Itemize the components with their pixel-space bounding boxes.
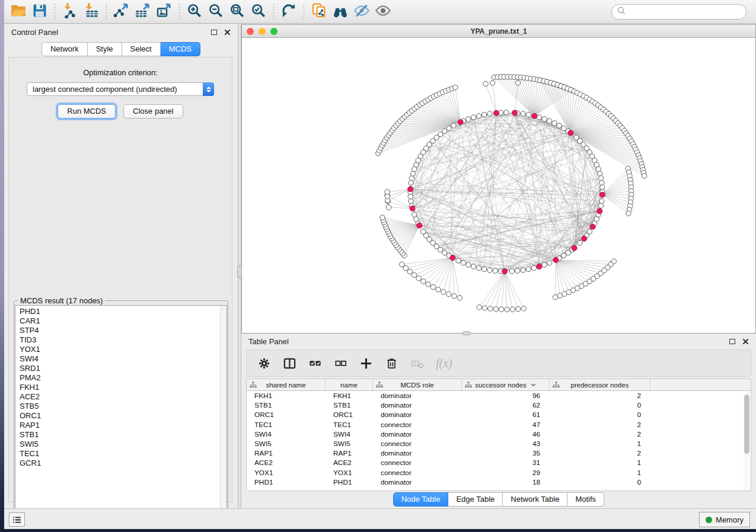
columns-icon[interactable] — [283, 357, 296, 370]
float-panel-icon[interactable] — [729, 339, 735, 344]
run-mcds-button[interactable]: Run MCDS — [58, 104, 116, 118]
close-window-button[interactable] — [247, 28, 254, 35]
mcds-node[interactable] — [450, 255, 455, 261]
mcds-list-item[interactable]: TEC1 — [15, 449, 227, 459]
graph-node[interactable] — [421, 279, 426, 284]
save-session-button[interactable] — [29, 2, 50, 21]
table-row[interactable]: RAP1RAP1dominator352 — [247, 448, 751, 458]
float-panel-icon[interactable] — [211, 30, 217, 35]
mcds-list-item[interactable]: RAP1 — [15, 421, 227, 430]
graph-node[interactable] — [526, 267, 531, 271]
mcds-node[interactable] — [408, 187, 413, 192]
mcds-node[interactable] — [532, 113, 537, 118]
node-table[interactable]: shared namenameMCDS rolesuccessor nodesp… — [246, 379, 751, 491]
table-row[interactable]: ACE2ACE2connector311 — [247, 458, 751, 467]
mcds-node[interactable] — [417, 223, 422, 228]
minimize-window-button[interactable] — [259, 28, 266, 35]
tab-motifs[interactable]: Motifs — [567, 492, 604, 507]
graph-node[interactable] — [409, 176, 414, 181]
graph-node[interactable] — [408, 194, 413, 199]
graph-node[interactable] — [505, 307, 509, 312]
select-all-icon[interactable] — [308, 357, 322, 370]
import-network-button[interactable] — [59, 2, 81, 21]
close-panel-icon[interactable] — [224, 29, 231, 36]
graph-node[interactable] — [542, 262, 547, 267]
mcds-node[interactable] — [599, 192, 605, 197]
mcds-node[interactable] — [597, 209, 602, 214]
mcds-list-item[interactable]: CAR1 — [15, 316, 227, 326]
graph-node[interactable] — [471, 115, 476, 120]
graph-node[interactable] — [557, 293, 562, 298]
graph-node[interactable] — [542, 117, 547, 121]
tab-network-table[interactable]: Network Table — [503, 492, 567, 507]
graph-node[interactable] — [598, 203, 603, 208]
horizontal-splitter-handle[interactable] — [462, 331, 471, 335]
graph-node[interactable] — [457, 296, 462, 300]
mcds-list-item[interactable]: SWI5 — [15, 440, 227, 449]
criterion-dropdown[interactable]: largest connected component (undirected) — [27, 82, 214, 96]
graph-node[interactable] — [557, 123, 562, 128]
graph-node[interactable] — [642, 174, 646, 178]
graph-node[interactable] — [521, 111, 525, 116]
zoom-fit-button[interactable] — [227, 2, 248, 21]
graph-node[interactable] — [477, 305, 481, 309]
column-header-shared-name[interactable]: shared name — [247, 379, 326, 391]
graph-node[interactable] — [409, 198, 413, 203]
mcds-list-item[interactable]: STB5 — [15, 402, 227, 411]
mcds-list-item[interactable]: PMA2 — [15, 373, 227, 383]
mcds-list-item[interactable]: PHD1 — [15, 307, 227, 316]
network-canvas[interactable] — [242, 38, 755, 333]
graph-node[interactable] — [552, 121, 557, 126]
tab-edge-table[interactable]: Edge Table — [448, 492, 503, 507]
tab-style[interactable]: Style — [88, 42, 122, 56]
graph-node[interactable] — [446, 291, 451, 296]
table-row[interactable]: TEC1TEC1connector472 — [247, 420, 751, 430]
graph-node[interactable] — [526, 112, 531, 117]
graph-node[interactable] — [416, 276, 421, 281]
graph-node[interactable] — [566, 250, 570, 255]
mcds-node[interactable] — [572, 245, 577, 251]
network-graph[interactable] — [242, 38, 755, 333]
network-window-titlebar[interactable]: YPA_prune.txt_1 — [242, 25, 755, 38]
graph-node[interactable] — [487, 268, 492, 273]
graph-node[interactable] — [446, 126, 451, 130]
graph-node[interactable] — [504, 110, 509, 115]
tab-select[interactable]: Select — [122, 42, 161, 56]
graph-node[interactable] — [453, 85, 458, 89]
graph-node[interactable] — [481, 112, 486, 117]
open-file-button[interactable] — [8, 2, 29, 21]
add-row-icon[interactable] — [359, 357, 373, 370]
import-table-button[interactable] — [81, 2, 102, 21]
graph-node[interactable] — [471, 264, 476, 269]
graph-node[interactable] — [451, 123, 456, 128]
mcds-list-item[interactable]: STP4 — [15, 326, 227, 335]
mcds-node[interactable] — [553, 257, 559, 262]
graph-node[interactable] — [426, 282, 430, 287]
graph-node[interactable] — [456, 258, 461, 263]
table-scrollbar[interactable] — [744, 392, 750, 491]
graph-node[interactable] — [598, 176, 603, 181]
graph-node[interactable] — [499, 307, 503, 312]
hide-selected-button[interactable] — [351, 2, 372, 21]
graph-node[interactable] — [487, 111, 492, 116]
graph-node[interactable] — [600, 185, 605, 190]
graph-node[interactable] — [409, 180, 413, 185]
graph-node[interactable] — [488, 306, 493, 311]
tab-node-table[interactable]: Node Table — [393, 492, 449, 507]
search-field[interactable] — [611, 4, 747, 20]
graph-node[interactable] — [412, 273, 416, 277]
mcds-list-item[interactable]: GCR1 — [15, 459, 227, 468]
maximize-window-button[interactable] — [270, 28, 277, 35]
mcds-list-item[interactable]: SRD1 — [15, 364, 227, 373]
graph-node[interactable] — [385, 190, 390, 194]
graph-node[interactable] — [599, 198, 604, 203]
graph-node[interactable] — [626, 211, 631, 216]
column-header-name[interactable]: name — [326, 379, 373, 391]
deselect-all-icon[interactable] — [334, 357, 347, 370]
mcds-list-item[interactable]: STB1 — [15, 430, 227, 440]
memory-button[interactable]: Memory — [699, 512, 750, 527]
graph-node[interactable] — [483, 81, 488, 86]
graph-node[interactable] — [547, 118, 552, 123]
delete-icon[interactable] — [385, 357, 398, 370]
graph-node[interactable] — [531, 265, 536, 270]
